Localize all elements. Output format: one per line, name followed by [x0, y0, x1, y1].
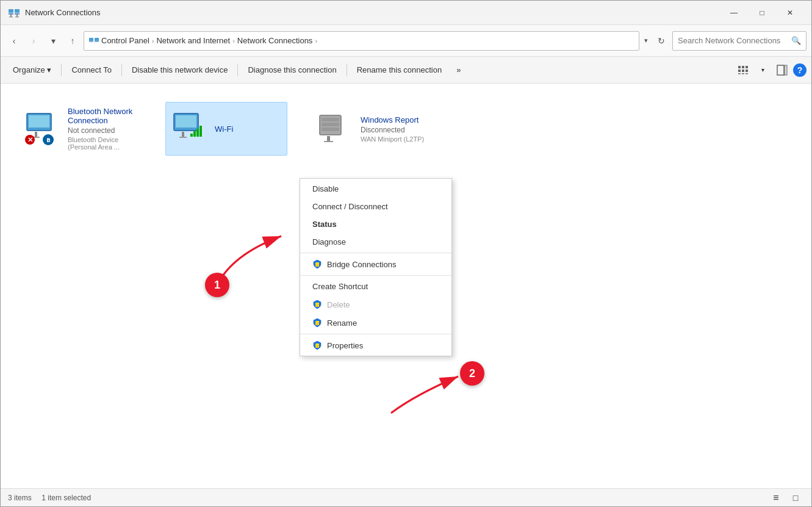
network-item-vpn[interactable]: Windows Report Disconnected WAN Miniport…: [312, 102, 434, 156]
vpn-type: WAN Miniport (L2TP): [361, 135, 424, 143]
grid-view-button[interactable]: □: [787, 489, 804, 506]
arrow-1: [184, 218, 306, 309]
shield-icon: [312, 300, 322, 309]
ctx-label-bridge: Bridge Connections: [327, 260, 396, 269]
breadcrumb-part2: Network and Internet: [156, 36, 230, 45]
svg-rect-8: [89, 38, 93, 41]
more-button[interactable]: »: [449, 59, 468, 81]
main-window: Network Connections — □ ✕ ‹ › ▾ ↑ Contro…: [0, 0, 812, 507]
breadcrumb-sep1: ›: [152, 37, 154, 45]
svg-rect-6: [9, 16, 13, 18]
window-icon: [8, 7, 20, 19]
ctx-item-rename[interactable]: Rename: [300, 314, 451, 332]
items-count: 3 items: [8, 494, 32, 502]
svg-rect-50: [315, 303, 319, 304]
window-controls: — □ ✕: [720, 3, 804, 23]
organize-button[interactable]: Organize ▾: [5, 59, 59, 81]
svg-rect-22: [785, 65, 787, 75]
list-view-button[interactable]: ≡: [767, 489, 785, 506]
breadcrumb[interactable]: Control Panel › Network and Internet › N…: [84, 31, 639, 51]
svg-rect-49: [315, 264, 319, 267]
window-title: Network Connections: [25, 8, 720, 17]
search-icon[interactable]: 🔍: [791, 36, 801, 45]
close-button[interactable]: ✕: [776, 3, 804, 23]
network-item-wifi[interactable]: Wi-Fi: [165, 102, 287, 156]
toolbar-divider-1: [61, 64, 62, 76]
svg-rect-4: [10, 15, 12, 16]
ctx-item-delete: Delete: [300, 295, 451, 314]
svg-rect-7: [15, 16, 19, 18]
vpn-icon: [317, 110, 353, 147]
ctx-label-status: Status: [312, 220, 337, 229]
panel-button[interactable]: [774, 62, 791, 79]
breadcrumb-dropdown[interactable]: ▾: [644, 37, 648, 45]
view-dropdown-button[interactable]: ▾: [754, 62, 771, 79]
ctx-item-status[interactable]: Status: [300, 215, 451, 233]
recent-locations-button[interactable]: ▾: [45, 32, 62, 49]
ctx-item-diagnose[interactable]: Diagnose: [300, 233, 451, 251]
svg-rect-40: [199, 126, 202, 137]
maximize-button[interactable]: □: [748, 3, 776, 23]
svg-rect-44: [322, 123, 339, 126]
breadcrumb-part3: Network Connections: [237, 36, 313, 45]
svg-rect-55: [315, 345, 319, 348]
svg-rect-34: [176, 115, 196, 128]
up-button[interactable]: ↑: [64, 32, 81, 49]
ctx-label-properties: Properties: [327, 341, 363, 350]
svg-rect-13: [742, 66, 744, 68]
ctx-item-shortcut[interactable]: Create Shortcut: [300, 278, 451, 295]
annotation-1: 1: [205, 273, 229, 297]
svg-rect-54: [315, 343, 319, 345]
ctx-label-disable: Disable: [312, 184, 339, 193]
content-area: ✕ ʙ Bluetooth Network Connection Not con…: [1, 84, 811, 488]
ctx-item-properties[interactable]: Properties: [300, 336, 451, 354]
breadcrumb-part1: Control Panel: [101, 36, 149, 45]
svg-rect-47: [324, 141, 333, 142]
svg-rect-46: [327, 136, 330, 141]
disable-button[interactable]: Disable this network device: [124, 59, 235, 81]
forward-button[interactable]: ›: [25, 32, 42, 49]
ctx-item-connect[interactable]: Connect / Disconnect: [300, 198, 451, 215]
svg-rect-51: [315, 304, 319, 307]
rename-button[interactable]: Rename this connection: [350, 59, 449, 81]
network-item-bluetooth[interactable]: ✕ ʙ Bluetooth Network Connection Not con…: [19, 102, 141, 156]
breadcrumb-sep2: ›: [232, 37, 235, 45]
ctx-separator-after-rename: [300, 334, 451, 334]
shield-icon: [312, 318, 322, 328]
wifi-name: Wi-Fi: [215, 124, 233, 134]
back-button[interactable]: ‹: [5, 32, 23, 49]
svg-rect-14: [746, 66, 748, 68]
svg-rect-10: [95, 38, 99, 41]
svg-rect-21: [777, 65, 784, 75]
ctx-item-disable[interactable]: Disable: [300, 180, 451, 198]
ctx-item-bridge[interactable]: Bridge Connections: [300, 255, 451, 273]
svg-rect-38: [193, 131, 196, 137]
svg-rect-12: [738, 66, 741, 68]
help-button[interactable]: ?: [793, 63, 807, 77]
view-options-button[interactable]: [735, 62, 752, 79]
search-input[interactable]: [678, 36, 789, 45]
svg-rect-25: [29, 115, 49, 128]
svg-rect-37: [190, 134, 193, 137]
svg-rect-36: [179, 137, 187, 138]
svg-rect-43: [322, 118, 339, 121]
refresh-button[interactable]: ↻: [653, 32, 670, 49]
svg-rect-39: [196, 129, 199, 137]
svg-rect-2: [15, 9, 20, 13]
minimize-button[interactable]: —: [720, 3, 748, 23]
svg-rect-20: [746, 73, 748, 74]
breadcrumb-sep3: ›: [315, 37, 317, 45]
svg-rect-1: [9, 13, 13, 15]
ctx-separator-after-bridge: [300, 275, 451, 276]
bluetooth-status: Not connected: [68, 126, 136, 135]
svg-rect-26: [35, 132, 37, 137]
diagnose-button[interactable]: Diagnose this connection: [240, 59, 343, 81]
wifi-icon: [171, 110, 207, 147]
view-options-icon: [738, 65, 749, 76]
svg-rect-3: [15, 13, 20, 15]
connect-to-button[interactable]: Connect To: [64, 59, 119, 81]
selected-count: 1 item selected: [41, 494, 91, 502]
svg-rect-17: [746, 70, 748, 72]
ctx-label-delete: Delete: [327, 300, 350, 309]
title-bar: Network Connections — □ ✕: [1, 1, 811, 25]
